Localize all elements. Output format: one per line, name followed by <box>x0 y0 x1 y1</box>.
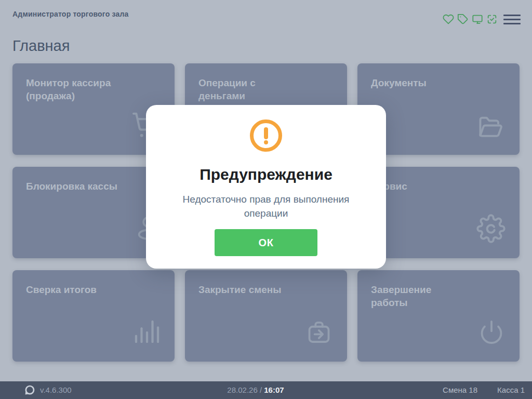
warning-dialog: Предупреждение Недостаточно прав для вып… <box>146 105 386 269</box>
bar-chart-icon <box>134 320 160 345</box>
gear-icon <box>476 214 506 245</box>
tile-label: Блокировка кассы <box>26 180 117 193</box>
time-label: 16:07 <box>264 385 284 394</box>
datetime-separator: / <box>258 385 264 394</box>
warning-exclamation-icon <box>250 119 282 152</box>
tile-label: Завершение работы <box>371 283 467 309</box>
date-label: 28.02.26 <box>227 385 257 394</box>
app-logo-icon <box>24 384 35 396</box>
register-label: Касса 1 <box>497 385 525 394</box>
tile-shutdown[interactable]: Завершение работы <box>357 270 520 362</box>
tag-icon[interactable] <box>457 14 469 25</box>
tile-shift-close[interactable]: Закрытие смены <box>185 270 347 362</box>
tile-label: Сверка итогов <box>26 283 97 296</box>
dialog-message: Недостаточно прав для выполнения операци… <box>172 192 360 220</box>
scan-check-icon[interactable] <box>486 14 498 25</box>
tile-label: Монитор кассира (продажа) <box>26 76 122 102</box>
main-screen: Администратор торгового зала Главная Мон… <box>0 0 532 399</box>
menu-icon[interactable] <box>503 15 521 24</box>
heart-icon[interactable] <box>443 14 454 25</box>
display-icon[interactable] <box>472 14 483 25</box>
datetime-label: 28.02.26 / 16:07 <box>227 385 284 394</box>
dialog-title: Предупреждение <box>146 166 386 183</box>
power-icon <box>477 318 506 349</box>
status-bar: v.4.6.300 28.02.26 / 16:07 Смена 18 Касс… <box>0 381 532 399</box>
version-label: v.4.6.300 <box>40 385 72 394</box>
briefcase-arrow-icon <box>305 318 333 349</box>
shift-label: Смена 18 <box>443 385 477 394</box>
ok-button[interactable]: ОК <box>215 229 317 256</box>
tile-label: Операции с деньгами <box>198 76 295 102</box>
tile-label: Закрытие смены <box>198 283 282 296</box>
tile-label: Документы <box>371 76 427 89</box>
folder-open-icon <box>476 113 506 142</box>
tile-totals-reconciliation[interactable]: Сверка итогов <box>12 270 175 362</box>
header-icon-bar <box>443 14 498 25</box>
page-title: Главная <box>12 37 70 55</box>
app-title: Администратор торгового зала <box>12 10 129 18</box>
